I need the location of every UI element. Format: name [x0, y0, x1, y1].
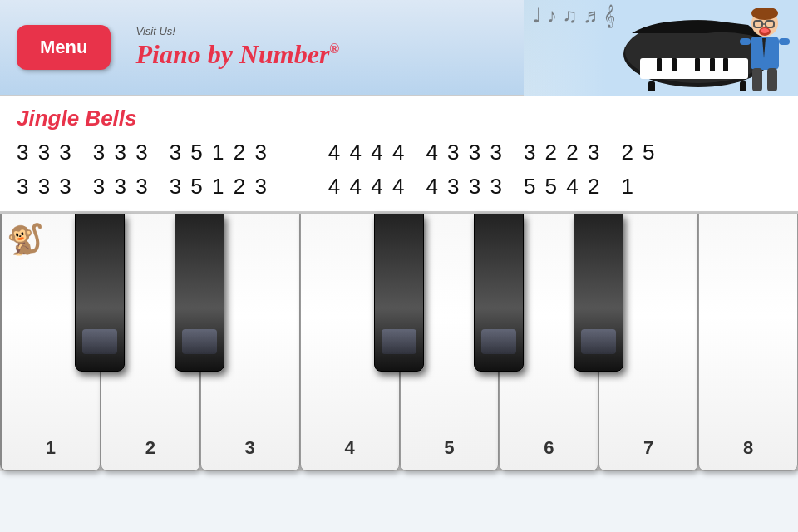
notes-group-1: 3 3 3 [17, 136, 73, 169]
svg-rect-8 [710, 58, 715, 71]
notes-group-13: 5 5 4 2 [524, 170, 602, 203]
notes-group-5: 4 3 3 3 [426, 136, 504, 169]
black-key-6-7[interactable] [574, 214, 623, 372]
piano-container: 🐒 1 2 3 4 5 6 7 8 [0, 211, 798, 469]
song-area: Jingle Bells 3 3 3 3 3 3 3 5 1 2 3 4 4 4… [0, 96, 798, 211]
key-number-3: 3 [245, 437, 255, 459]
app-header: Menu Visit Us! Piano by Number® ♩ ♪ ♫ ♬ … [0, 0, 798, 96]
svg-rect-18 [779, 38, 790, 45]
key-number-6: 6 [544, 437, 554, 459]
kid-figure-svg [736, 8, 794, 96]
key-number-1: 1 [46, 437, 56, 459]
notes-display: 3 3 3 3 3 3 3 5 1 2 3 4 4 4 4 4 3 3 3 3 … [17, 136, 781, 203]
notes-row-2: 3 3 3 3 3 3 3 5 1 2 3 4 4 4 4 4 3 3 3 5 … [17, 170, 781, 203]
svg-rect-2 [648, 81, 655, 91]
notes-row-1: 3 3 3 3 3 3 3 5 1 2 3 4 4 4 4 4 3 3 3 3 … [17, 136, 781, 169]
notes-group-14: 1 [621, 170, 634, 203]
svg-point-20 [761, 28, 769, 33]
visit-us-label: Visit Us! [135, 25, 339, 37]
piano-key-8[interactable]: 8 [698, 214, 798, 471]
key-number-8: 8 [743, 437, 753, 459]
svg-rect-7 [695, 58, 700, 71]
svg-rect-9 [723, 58, 728, 71]
svg-rect-17 [740, 38, 751, 45]
key-number-7: 7 [643, 437, 653, 459]
key-number-5: 5 [444, 437, 454, 459]
notes-group-3: 3 5 1 2 3 [170, 136, 268, 169]
svg-rect-4 [640, 58, 748, 79]
key-number-2: 2 [145, 437, 155, 459]
notes-group-12: 4 3 3 3 [426, 170, 504, 203]
svg-rect-5 [657, 58, 662, 71]
black-key-4-5[interactable] [374, 214, 424, 372]
piano-illustration: ♩ ♪ ♫ ♬ 𝄞 [524, 0, 798, 96]
notes-group-9: 3 3 3 [93, 170, 150, 203]
notes-group-10: 3 5 1 2 3 [170, 170, 268, 203]
key-number-4: 4 [344, 437, 354, 459]
menu-button[interactable]: Menu [17, 25, 111, 70]
black-key-5-6[interactable] [474, 214, 524, 372]
notes-group-11: 4 4 4 4 [328, 170, 406, 203]
music-notes-decoration: ♩ ♪ ♫ ♬ 𝄞 [532, 4, 615, 27]
svg-rect-16 [767, 68, 777, 91]
black-key-1-2[interactable] [75, 214, 125, 372]
svg-rect-6 [672, 58, 677, 71]
logo-area: Visit Us! Piano by Number® [135, 25, 339, 70]
logo-name: Piano by Number [135, 39, 329, 69]
app-logo: Piano by Number® [135, 39, 339, 70]
song-title: Jingle Bells [17, 106, 781, 131]
notes-group-6: 3 2 2 3 [524, 136, 602, 169]
black-key-2-3[interactable] [175, 214, 224, 372]
notes-group-8: 3 3 3 [17, 170, 73, 203]
monkey-mascot: 🐒 [7, 222, 44, 257]
header-illustration: ♩ ♪ ♫ ♬ 𝄞 [524, 0, 798, 96]
notes-group-2: 3 3 3 [93, 136, 150, 169]
piano-keyboard: 🐒 1 2 3 4 5 6 7 8 [0, 214, 798, 471]
notes-group-7: 2 5 [621, 136, 656, 169]
logo-registered: ® [329, 42, 339, 56]
svg-rect-15 [752, 68, 762, 91]
notes-group-4: 4 4 4 4 [328, 136, 406, 169]
